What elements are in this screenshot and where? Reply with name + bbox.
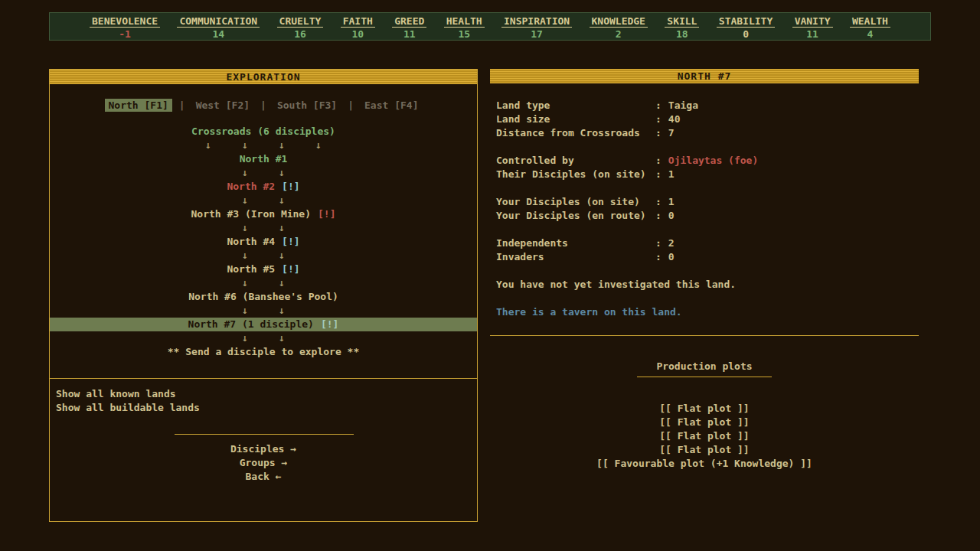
stat-value: 14 [213,28,225,41]
production-plot[interactable]: [[ Flat plot ]] [490,443,919,457]
stat-value: 18 [676,28,688,41]
arrow-down-icon: ↓ [263,166,300,180]
arrow-down-icon: ↓ [263,276,300,290]
arrow-down-icon: ↓ [227,276,263,290]
stat-name: GREED [392,16,426,28]
stat-communication: COMMUNICATION 14 [177,16,260,40]
arrow-down-icon: ↓ [263,194,300,207]
stat-skill: SKILL 18 [665,16,699,40]
exploration-panel-title: EXPLORATION [50,70,477,84]
arrow-down-icon: ↓ [263,331,300,345]
land-panel-title: NORTH #7 [490,69,919,83]
production-title-underline [637,377,772,377]
alert-flag: [!] [282,181,299,192]
stat-value: 0 [743,28,749,41]
menu-item-groups[interactable]: Groups → [50,456,477,470]
stats-bar: BENEVOLENCE -1 COMMUNICATION 14 CRUELTY … [49,12,931,41]
stat-value: 17 [531,28,543,41]
stat-value: -1 [119,28,131,41]
send-disciple-hint[interactable]: ** Send a disciple to explore ** [50,345,477,359]
alert-flag: [!] [282,263,299,275]
tab-south[interactable]: South [F3] [273,99,341,112]
tree-node-north-2[interactable]: North #2[!] [50,180,477,194]
tree-branch-arrows: ↓↓ [50,249,477,262]
stat-name: KNOWLEDGE [590,16,648,28]
production-plot[interactable]: [[ Flat plot ]] [490,402,919,416]
info-row-your-disciples-en-route: Your Disciples (en route):0 [496,209,919,223]
stat-value: 11 [403,28,416,41]
info-row-land-type: Land type:Taiga [496,99,919,112]
alert-flag: [!] [282,236,299,247]
stat-value: 4 [867,28,874,41]
production-plot[interactable]: [[ Flat plot ]] [490,429,919,443]
tree-branch-arrows: ↓↓ [50,304,477,318]
stat-name: HEALTH [444,16,485,28]
exploration-tree: Crossroads (6 disciples) ↓↓↓↓ North #1 ↓… [50,125,477,359]
tree-node-north-1[interactable]: North #1 [50,152,477,166]
arrow-down-icon: ↓ [227,221,263,235]
tab-west[interactable]: West [F2] [192,99,253,112]
tab-separator: | [348,99,354,111]
tab-north[interactable]: North [F1] [105,99,172,112]
stat-value: 2 [616,28,622,41]
stat-name: COMMUNICATION [177,16,260,28]
arrow-down-icon: ↓ [190,139,227,152]
production-plot[interactable]: [[ Flat plot ]] [490,416,919,429]
stat-wealth: WEALTH 4 [850,16,890,40]
info-row-controlled-by: Controlled by:Ojilaytas (foe) [496,154,919,168]
tree-node-north-6[interactable]: North #6 (Banshee's Pool) [50,290,477,304]
stat-value: 15 [458,28,470,41]
panel-divider [490,335,919,336]
game-screen: BENEVOLENCE -1 COMMUNICATION 14 CRUELTY … [0,0,980,551]
info-row-invaders: Invaders:0 [496,250,919,264]
stat-name: SKILL [665,16,699,28]
info-row-their-disciples: Their Disciples (on site):1 [496,168,919,181]
stat-stability: STABILITY 0 [717,16,775,40]
land-detail-panel: NORTH #7 Land type:Taiga Land size:40 Di… [490,69,919,522]
menu-item-back[interactable]: Back ← [50,470,477,484]
menu-item-disciples[interactable]: Disciples → [50,442,477,456]
exploration-panel: EXPLORATION North [F1] | West [F2] | Sou… [49,69,478,522]
tree-node-north-3[interactable]: North #3 (Iron Mine)[!] [50,207,477,221]
stat-value: 10 [351,28,364,41]
direction-tabs: North [F1] | West [F2] | South [F3] | Ea… [50,97,477,112]
stat-value: 11 [806,28,818,41]
arrow-down-icon: ↓ [263,304,300,318]
arrow-down-icon: ↓ [263,221,300,235]
tree-branch-arrows: ↓↓↓↓ [50,139,477,152]
production-plots-list: [[ Flat plot ]] [[ Flat plot ]] [[ Flat … [490,402,919,471]
stat-value: 16 [294,28,306,41]
alert-flag: [!] [318,208,335,220]
arrow-down-icon: ↓ [263,139,300,152]
tree-node-crossroads[interactable]: Crossroads (6 disciples) [50,125,477,139]
stat-greed: GREED 11 [392,16,426,40]
stat-vanity: VANITY 11 [792,16,833,40]
arrow-down-icon: ↓ [227,194,263,207]
stat-name: STABILITY [717,16,775,28]
tab-east[interactable]: East [F4] [361,99,422,112]
arrow-down-icon: ↓ [227,331,263,345]
stat-name: VANITY [792,16,833,28]
tree-node-north-5[interactable]: North #5[!] [50,262,477,276]
stat-inspiration: INSPIRATION 17 [501,16,572,40]
menu-item-show-buildable-lands[interactable]: Show all buildable lands [56,401,200,415]
stat-name: BENEVOLENCE [90,16,160,28]
panel-divider [50,378,477,379]
tree-node-north-4[interactable]: North #4[!] [50,235,477,249]
menu-divider [175,434,354,435]
tab-separator: | [260,99,266,111]
stat-faith: FAITH 10 [341,16,375,40]
arrow-down-icon: ↓ [263,249,300,262]
production-plot-favourable[interactable]: [[ Favourable plot (+1 Knowledge) ]] [490,457,919,471]
tree-branch-arrows: ↓↓ [50,166,477,180]
stat-name: FAITH [341,16,375,28]
tab-separator: | [179,99,185,111]
menu-item-show-known-lands[interactable]: Show all known lands [56,387,176,401]
arrow-down-icon: ↓ [227,139,263,152]
arrow-down-icon: ↓ [227,249,263,262]
tree-node-north-7-selected[interactable]: North #7 (1 disciple)[!] [50,318,477,331]
tree-branch-arrows: ↓↓ [50,221,477,235]
info-row-land-size: Land size:40 [496,112,919,126]
tree-branch-arrows: ↓↓ [50,331,477,345]
info-row-independents: Independents:2 [496,236,919,250]
